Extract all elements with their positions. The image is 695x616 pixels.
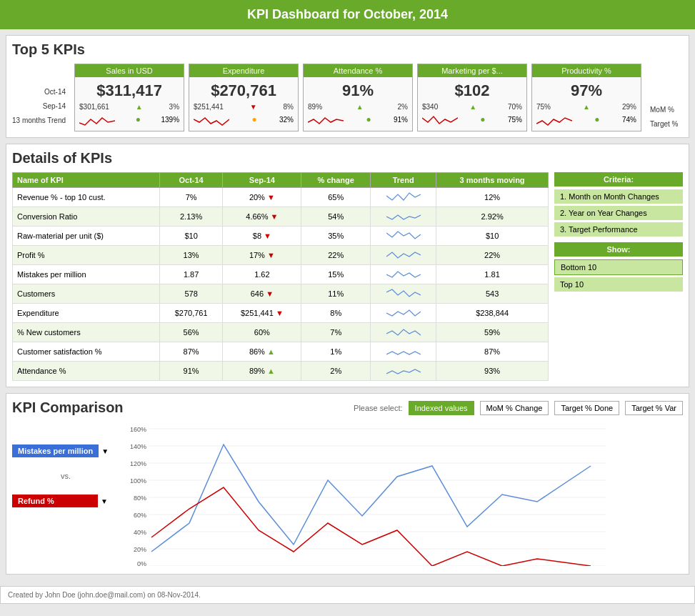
selector1-label[interactable]: Mistakes per million xyxy=(12,444,99,457)
show-top10[interactable]: Top 10 xyxy=(554,277,683,292)
table-row-moving: 87% xyxy=(436,342,549,362)
table-row-oct: 87% xyxy=(159,342,223,362)
table-row-change: 15% xyxy=(301,265,371,284)
btn-indexed[interactable]: Indexed values xyxy=(409,401,474,415)
table-row-name: Revenue % - top 10 cust. xyxy=(13,188,160,207)
table-row-sep: 20% ▼ xyxy=(223,188,301,207)
table-row-oct: 91% xyxy=(159,362,223,381)
kpi-table: Name of KPI Oct-14 Sep-14 % change Trend… xyxy=(12,172,549,381)
col-header-trend: Trend xyxy=(371,173,436,188)
table-row-moving: $238,844 xyxy=(436,304,549,323)
comparison-header: KPI Comparison Please select: Indexed va… xyxy=(12,399,683,416)
table-row-oct: 13% xyxy=(159,246,223,265)
table-row-sep: $8 ▼ xyxy=(223,227,301,246)
show-bottom10[interactable]: Bottom 10 xyxy=(554,259,683,275)
kpi-card-marketing: Marketing per $... $102 $340 ▲ 70% ● 75% xyxy=(417,64,527,131)
table-row-change: 8% xyxy=(301,304,371,323)
svg-text:40%: 40% xyxy=(134,529,146,536)
selector2-box: Refund % ▼ xyxy=(12,495,119,507)
comparison-chart: 160% 140% 120% 100% 80% 60% 40% 20% 0% xyxy=(126,423,612,566)
table-row-moving: $10 xyxy=(436,227,549,246)
table-row-name: Customer satisfaction % xyxy=(13,342,160,362)
col-header-name: Name of KPI xyxy=(13,173,160,188)
table-row-sep: 60% xyxy=(223,323,301,342)
table-row-trend xyxy=(371,207,436,227)
table-row-change: 22% xyxy=(301,246,371,265)
criteria-header: Criteria: xyxy=(554,172,683,187)
svg-text:0%: 0% xyxy=(137,560,146,566)
table-row-sep: 17% ▼ xyxy=(223,246,301,265)
comparison-selectors: Mistakes per million ▼ vs. Refund % ▼ xyxy=(12,423,119,513)
svg-text:120%: 120% xyxy=(130,460,146,467)
table-row-oct: 56% xyxy=(159,323,223,342)
table-row-sep: 89% ▲ xyxy=(223,362,301,381)
table-row-trend xyxy=(371,362,436,381)
criteria-item-2[interactable]: 2. Year on Year Changes xyxy=(554,206,683,220)
chart-area: 160% 140% 120% 100% 80% 60% 40% 20% 0% xyxy=(126,423,683,568)
comparison-section: KPI Comparison Please select: Indexed va… xyxy=(6,393,689,575)
table-row-oct: $10 xyxy=(159,227,223,246)
table-row-sep: 646 ▼ xyxy=(223,284,301,304)
col-header-moving: 3 months moving xyxy=(436,173,549,188)
table-row-name: % New customers xyxy=(13,323,160,342)
kpi-card-attendance: Attendance % 91% 89% ▲ 2% ● 91% xyxy=(303,64,413,131)
vs-label: vs. xyxy=(12,472,119,480)
btn-target-done[interactable]: Target % Done xyxy=(554,401,619,415)
table-row-change: 2% xyxy=(301,362,371,381)
svg-text:60%: 60% xyxy=(134,512,146,519)
show-header: Show: xyxy=(554,242,683,257)
svg-text:80%: 80% xyxy=(134,495,146,502)
table-row-trend xyxy=(371,265,436,284)
table-row-oct: 1.87 xyxy=(159,265,223,284)
svg-text:160%: 160% xyxy=(130,426,146,433)
details-section: Details of KPIs Name of KPI Oct-14 Sep-1… xyxy=(6,144,689,387)
table-row-change: 11% xyxy=(301,284,371,304)
selector1-arrow[interactable]: ▼ xyxy=(101,447,109,455)
criteria-item-1[interactable]: 1. Month on Month Changes xyxy=(554,189,683,204)
selector1-box: Mistakes per million ▼ xyxy=(12,444,119,457)
selector2-arrow[interactable]: ▼ xyxy=(101,497,108,505)
criteria-item-3[interactable]: 3. Target Performance xyxy=(554,222,683,237)
comparison-body: Mistakes per million ▼ vs. Refund % ▼ 16… xyxy=(12,423,683,568)
kpi-card-header: Sales in USD xyxy=(75,64,184,77)
table-row-oct: 7% xyxy=(159,188,223,207)
table-row-trend xyxy=(371,342,436,362)
table-row-name: Conversion Ratio xyxy=(13,207,160,227)
kpi-card-productivity: Productivity % 97% 75% ▲ 29% ● 74% xyxy=(531,64,641,131)
selector2-label[interactable]: Refund % xyxy=(12,495,98,507)
kpi-card-value: 91% xyxy=(308,81,408,100)
kpi-card-value: $102 xyxy=(422,81,522,100)
table-row-oct: $270,761 xyxy=(159,304,223,323)
kpi-card-header: Attendance % xyxy=(304,64,412,77)
col-header-oct: Oct-14 xyxy=(159,173,223,188)
table-row-name: Mistakes per million xyxy=(13,265,160,284)
table-row-trend xyxy=(371,304,436,323)
table-row-sep: $251,441 ▼ xyxy=(223,304,301,323)
col-header-change: % change xyxy=(301,173,371,188)
details-title: Details of KPIs xyxy=(12,150,683,167)
footer: Created by John Doe (john.doe@mail.com) … xyxy=(0,586,695,604)
table-row-name: Expenditure xyxy=(13,304,160,323)
btn-target-var[interactable]: Target % Var xyxy=(625,401,683,415)
table-row-sep: 86% ▲ xyxy=(223,342,301,362)
table-row-oct: 2.13% xyxy=(159,207,223,227)
kpi-cards: Sales in USD $311,417 $301,661 ▲ 3% ● 13… xyxy=(74,64,641,131)
col-header-sep: Sep-14 xyxy=(223,173,301,188)
svg-text:100%: 100% xyxy=(130,477,146,485)
svg-text:140%: 140% xyxy=(130,443,146,450)
kpi-card-header: Marketing per $... xyxy=(418,64,526,77)
kpi-labels-right: MoM % Target % xyxy=(647,64,683,131)
kpi-card-header: Productivity % xyxy=(532,64,641,77)
kpi-card-value: $270,761 xyxy=(194,81,294,100)
comparison-title: KPI Comparison xyxy=(12,399,124,416)
btn-mom[interactable]: MoM % Change xyxy=(480,401,549,415)
footer-text: Created by John Doe (john.doe@mail.com) … xyxy=(8,591,201,599)
table-row-sep: 4.66% ▼ xyxy=(223,207,301,227)
kpi-card-value: 97% xyxy=(536,81,636,100)
please-select-label: Please select: xyxy=(354,404,402,412)
kpi-labels-left: Oct-14 Sep-14 13 months Trend xyxy=(12,64,69,128)
table-row-moving: 12% xyxy=(436,188,549,207)
table-row-name: Profit % xyxy=(13,246,160,265)
table-row-change: 35% xyxy=(301,227,371,246)
table-row-moving: 2.92% xyxy=(436,207,549,227)
